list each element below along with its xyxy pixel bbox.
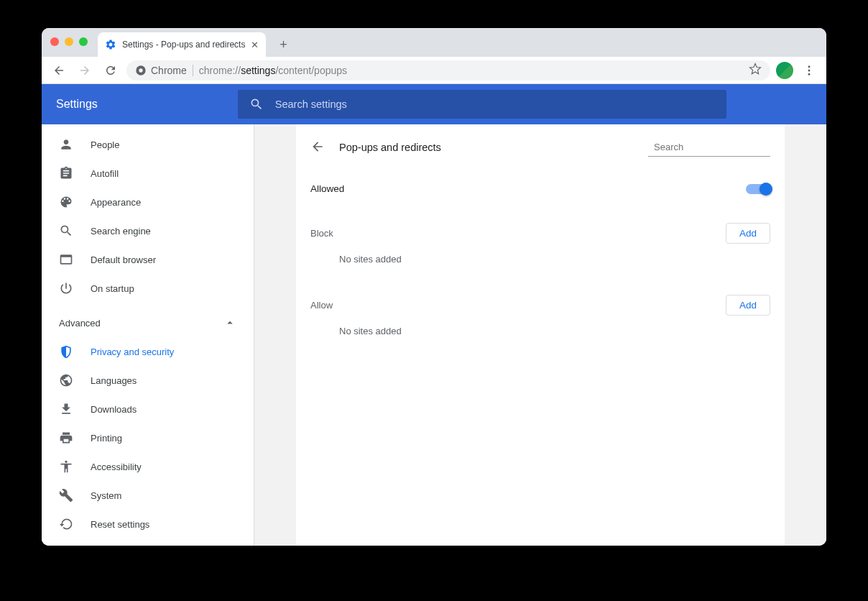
gear-icon	[105, 39, 116, 50]
search-settings-box[interactable]	[238, 90, 726, 119]
panel-search[interactable]	[648, 139, 770, 157]
close-tab-button[interactable]: ✕	[251, 40, 259, 50]
svg-point-3	[808, 69, 811, 71]
browser-icon	[59, 252, 73, 267]
clipboard-icon	[59, 166, 73, 180]
tab-title: Settings - Pop-ups and redirects	[122, 40, 245, 50]
search-icon	[59, 224, 73, 238]
power-icon	[59, 281, 73, 295]
sidebar-item-label: Downloads	[91, 404, 137, 415]
browser-tab[interactable]: Settings - Pop-ups and redirects ✕	[98, 32, 266, 57]
block-label: Block	[310, 228, 333, 239]
wrench-icon	[59, 488, 73, 503]
restore-icon	[59, 517, 73, 531]
panel-search-input[interactable]	[654, 142, 775, 152]
sidebar-item-default-browser[interactable]: Default browser	[42, 245, 254, 274]
back-button[interactable]	[49, 60, 69, 81]
sidebar-item-label: People	[91, 139, 119, 150]
browser-window: Settings - Pop-ups and redirects ✕ + Chr…	[42, 28, 826, 546]
sidebar-item-label: Appearance	[91, 197, 141, 208]
block-section-header: Block Add	[310, 223, 770, 244]
settings-title: Settings	[56, 98, 98, 111]
sidebar-item-accessibility[interactable]: Accessibility	[42, 452, 254, 481]
close-window-button[interactable]	[50, 37, 59, 46]
sidebar-item-label: Privacy and security	[91, 347, 174, 357]
chrome-icon	[135, 65, 147, 76]
main-area: Pop-ups and redirects Allowed Block Add …	[254, 124, 826, 546]
new-tab-button[interactable]: +	[273, 35, 293, 55]
allowed-toggle[interactable]	[746, 184, 770, 194]
forward-button[interactable]	[75, 60, 95, 81]
site-chip: Chrome	[135, 65, 187, 76]
minimize-window-button[interactable]	[65, 37, 73, 46]
person-icon	[59, 137, 73, 152]
sidebar-item-label: Autofill	[91, 168, 119, 179]
search-settings-input[interactable]	[275, 98, 715, 110]
sidebar-item-label: Search engine	[91, 226, 151, 237]
allow-add-button[interactable]: Add	[726, 295, 770, 316]
profile-avatar[interactable]	[776, 62, 793, 79]
tab-strip: Settings - Pop-ups and redirects ✕ +	[42, 28, 826, 57]
sidebar-item-appearance[interactable]: Appearance	[42, 188, 254, 216]
panel-header: Pop-ups and redirects	[310, 124, 770, 170]
sidebar-item-label: Printing	[91, 433, 122, 444]
address-bar[interactable]: Chrome chrome://settings/content/popups	[126, 60, 770, 81]
sidebar-item-label: On startup	[91, 283, 134, 294]
reload-button[interactable]	[101, 60, 121, 81]
sidebar-item-system[interactable]: System	[42, 481, 254, 510]
sidebar-advanced-toggle[interactable]: Advanced	[42, 308, 254, 337]
block-add-button[interactable]: Add	[726, 223, 770, 244]
sidebar-item-reset-settings[interactable]: Reset settings	[42, 510, 254, 538]
advanced-label: Advanced	[59, 318, 101, 329]
sidebar-item-languages[interactable]: Languages	[42, 366, 254, 395]
svg-point-2	[808, 65, 811, 68]
back-arrow-button[interactable]	[310, 139, 325, 156]
sidebar-item-label: System	[91, 490, 121, 501]
svg-point-1	[139, 68, 142, 72]
sidebar-item-downloads[interactable]: Downloads	[42, 395, 254, 423]
browser-toolbar: Chrome chrome://settings/content/popups	[42, 57, 826, 84]
sidebar-item-label: Reset settings	[91, 519, 149, 530]
bookmark-star-icon[interactable]	[749, 63, 762, 78]
settings-header: Settings	[42, 84, 826, 124]
allow-section-header: Allow Add	[310, 295, 770, 316]
window-controls	[50, 37, 88, 46]
settings-body: People Autofill Appearance Search engine…	[42, 124, 826, 546]
shield-icon	[59, 344, 73, 359]
browser-menu-button[interactable]	[799, 60, 819, 81]
allowed-label: Allowed	[310, 183, 344, 194]
panel-title: Pop-ups and redirects	[339, 142, 441, 153]
svg-point-4	[808, 73, 811, 75]
search-icon	[249, 97, 264, 111]
allow-label: Allow	[310, 300, 333, 311]
content-panel: Pop-ups and redirects Allowed Block Add …	[296, 124, 785, 546]
globe-icon	[59, 373, 73, 387]
sidebar-item-label: Languages	[91, 375, 137, 386]
allow-empty-message: No sites added	[310, 316, 770, 351]
divider	[193, 65, 193, 76]
block-empty-message: No sites added	[310, 244, 770, 279]
chevron-up-icon	[223, 316, 236, 329]
sidebar-item-autofill[interactable]: Autofill	[42, 159, 254, 188]
sidebar-item-people[interactable]: People	[42, 130, 254, 159]
url-text: chrome://settings/content/popups	[199, 65, 347, 76]
maximize-window-button[interactable]	[79, 37, 88, 46]
sidebar-item-label: Accessibility	[91, 462, 142, 472]
printer-icon	[59, 431, 73, 445]
sidebar-item-label: Default browser	[91, 254, 156, 265]
allowed-row: Allowed	[310, 170, 770, 207]
palette-icon	[59, 195, 73, 209]
sidebar-item-printing[interactable]: Printing	[42, 423, 254, 452]
settings-sidebar: People Autofill Appearance Search engine…	[42, 124, 254, 546]
sidebar-item-search-engine[interactable]: Search engine	[42, 216, 254, 245]
accessibility-icon	[59, 459, 73, 474]
sidebar-item-privacy-security[interactable]: Privacy and security	[42, 337, 254, 366]
sidebar-item-on-startup[interactable]: On startup	[42, 274, 254, 303]
download-icon	[59, 402, 73, 416]
